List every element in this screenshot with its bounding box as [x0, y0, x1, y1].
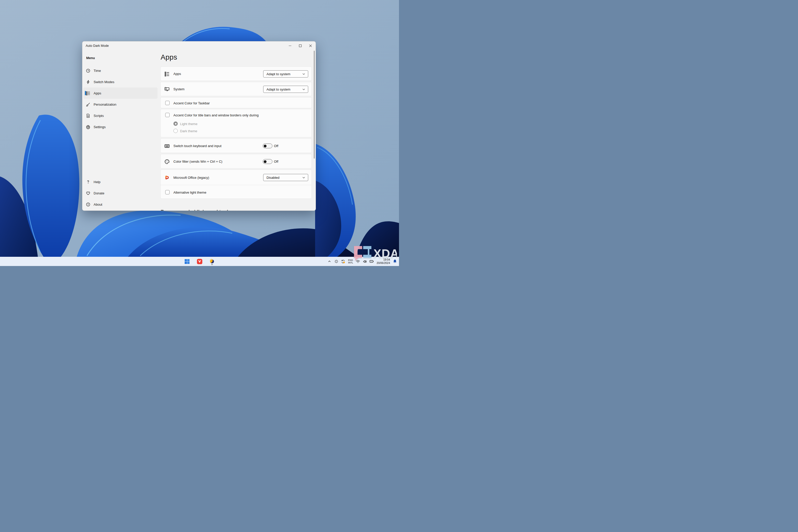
clock-time: 19:04	[377, 258, 390, 261]
clock-date: 20/06/2024	[377, 261, 390, 265]
taskbar: ENG INTL 19:04 20/06/2024	[0, 257, 399, 266]
sidebar-item-label: About	[94, 203, 102, 206]
row-divider	[160, 185, 311, 185]
accent-taskbar-checkbox[interactable]	[165, 101, 170, 105]
language-line1: ENG	[348, 259, 353, 261]
setting-label: Alternative light theme	[173, 191, 206, 194]
sidebar-item-label: Personalization	[94, 102, 116, 107]
window-title: Auto Dark Mode	[86, 41, 109, 50]
speaker-icon	[363, 259, 367, 264]
tray-battery[interactable]	[369, 259, 374, 264]
system-setting-card: System Adapt to system	[160, 82, 312, 96]
palette-icon	[165, 159, 170, 164]
apps-list-icon	[165, 71, 170, 76]
minimize-icon	[288, 44, 291, 47]
sidebar-item-switch-modes[interactable]: Switch Modes	[83, 76, 157, 88]
office-card: Microsoft Office (legacy) Disabled Alter…	[160, 170, 312, 199]
lightning-icon	[86, 80, 90, 84]
taskbar-clock[interactable]: 19:04 20/06/2024	[376, 258, 391, 265]
starburst-icon	[334, 259, 338, 263]
setting-label: Apps	[173, 72, 181, 76]
sidebar-item-label: Settings	[94, 125, 106, 129]
setting-label: Microsoft Office (legacy)	[173, 176, 209, 179]
auto-dark-mode-icon	[209, 259, 215, 264]
color-filter-card: Color filter (sends Win + Ctrl + C) Off	[160, 154, 312, 169]
chevron-down-icon	[302, 73, 305, 75]
language-line2: INTL	[348, 261, 353, 264]
language-indicator[interactable]: ENG INTL	[347, 259, 354, 264]
office-mode-dropdown[interactable]: Disabled	[263, 174, 308, 181]
vivaldi-icon	[197, 259, 202, 264]
windows-logo-icon	[185, 259, 190, 264]
alt-light-theme-checkbox[interactable]	[165, 190, 170, 194]
tray-sync-update[interactable]	[341, 259, 346, 264]
dropdown-value: Disabled	[267, 176, 302, 179]
light-theme-radio	[173, 121, 178, 126]
sidebar-item-personalization[interactable]: Personalization	[83, 99, 157, 110]
start-button[interactable]	[183, 258, 191, 265]
accent-titlebars-checkbox[interactable]	[165, 113, 170, 117]
minimize-button[interactable]	[285, 41, 295, 50]
dropdown-value: Adapt to system	[267, 72, 302, 76]
keyboard-icon	[165, 144, 170, 149]
tray-network[interactable]	[355, 259, 360, 264]
color-filter-toggle[interactable]	[263, 159, 272, 164]
tray-starburst-app[interactable]	[334, 259, 339, 264]
dropdown-value: Adapt to system	[267, 88, 302, 91]
selected-indicator	[85, 91, 86, 95]
running-app-indicator	[211, 264, 213, 265]
setting-label: Accent Color for Taskbar	[173, 101, 210, 105]
tray-chevron-up[interactable]	[327, 259, 332, 264]
sidebar-item-time[interactable]: Time	[83, 65, 157, 76]
setting-label: Color filter (sends Win + Ctrl + C)	[173, 159, 222, 164]
clock-icon	[86, 69, 90, 73]
sidebar-item-scripts[interactable]: Scripts	[83, 110, 157, 121]
maximize-button[interactable]	[295, 41, 305, 50]
heart-icon	[86, 191, 90, 195]
apps-list-icon	[86, 91, 90, 95]
system-devices-icon	[165, 87, 170, 92]
accent-titlebars-card: Accent Color for title bars and window b…	[160, 109, 312, 137]
auto-dark-mode-window: Auto Dark Mode Menu Time Switch Modes	[82, 41, 316, 211]
bell-icon	[393, 259, 397, 264]
vivaldi-browser-button[interactable]	[196, 258, 203, 265]
apps-mode-dropdown[interactable]: Adapt to system	[263, 70, 308, 77]
setting-label: Switch touch keyboard and input	[173, 144, 222, 148]
gear-icon	[86, 125, 90, 129]
apps-setting-card: Apps Adapt to system	[160, 66, 312, 81]
info-icon	[86, 202, 90, 207]
battery-charging-icon	[369, 259, 374, 264]
tray-volume[interactable]	[362, 259, 367, 264]
sidebar-item-help[interactable]: Help	[83, 176, 157, 188]
sidebar-item-apps[interactable]: Apps	[83, 88, 157, 99]
dark-theme-radio	[173, 129, 178, 133]
sidebar-item-label: Switch Modes	[94, 80, 114, 84]
sidebar-item-label: Apps	[94, 91, 101, 95]
brush-icon	[86, 102, 90, 107]
accent-taskbar-card: Accent Color for Taskbar	[160, 97, 312, 108]
toggle-state-label: Off	[274, 144, 278, 148]
close-icon	[309, 44, 312, 47]
page-title: Apps	[160, 53, 177, 61]
sidebar-item-donate[interactable]: Donate	[83, 188, 157, 199]
auto-dark-mode-taskbar-button[interactable]	[208, 258, 216, 265]
system-mode-dropdown[interactable]: Adapt to system	[263, 86, 308, 93]
close-button[interactable]	[305, 41, 316, 50]
sidebar-item-label: Time	[94, 69, 101, 73]
clipped-section-heading: Recommended links and tools	[160, 209, 231, 211]
notification-bell[interactable]	[392, 259, 397, 264]
chevron-down-icon	[302, 176, 305, 179]
sidebar-item-settings[interactable]: Settings	[83, 121, 157, 132]
radio-label: Light theme	[180, 122, 197, 126]
window-titlebar[interactable]: Auto Dark Mode	[82, 41, 316, 50]
sidebar-menu-label: Menu	[86, 56, 95, 60]
scrollbar-thumb[interactable]	[314, 51, 315, 158]
sync-arrows-icon	[341, 259, 345, 264]
maximize-icon	[299, 44, 302, 47]
setting-label: System	[173, 87, 185, 91]
radio-label: Dark theme	[180, 129, 197, 133]
sidebar-item-about[interactable]: About	[83, 199, 157, 210]
touch-keyboard-toggle[interactable]	[263, 144, 272, 148]
toggle-state-label: Off	[274, 159, 278, 164]
chevron-down-icon	[302, 88, 305, 91]
